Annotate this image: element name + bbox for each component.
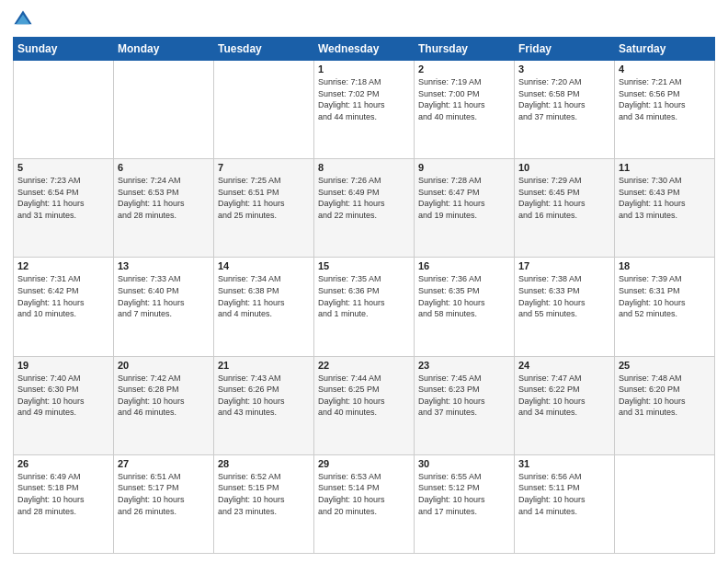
day-info: Sunrise: 6:56 AM Sunset: 5:11 PM Dayligh… — [518, 471, 610, 517]
day-info: Sunrise: 7:18 AM Sunset: 7:02 PM Dayligh… — [318, 76, 410, 122]
calendar-day-15: 15Sunrise: 7:35 AM Sunset: 6:36 PM Dayli… — [314, 258, 415, 356]
day-number: 3 — [518, 63, 610, 75]
day-number: 20 — [118, 360, 210, 371]
day-number: 2 — [418, 63, 510, 75]
day-number: 4 — [619, 63, 711, 75]
logo — [13, 13, 37, 29]
day-info: Sunrise: 7:39 AM Sunset: 6:31 PM Dayligh… — [619, 273, 711, 319]
calendar-day-7: 7Sunrise: 7:25 AM Sunset: 6:51 PM Daylig… — [214, 159, 314, 258]
calendar-day-17: 17Sunrise: 7:38 AM Sunset: 6:33 PM Dayli… — [515, 258, 615, 356]
day-number: 12 — [17, 260, 109, 271]
day-info: Sunrise: 7:29 AM Sunset: 6:45 PM Dayligh… — [518, 175, 610, 221]
day-number: 15 — [318, 260, 410, 271]
day-info: Sunrise: 7:19 AM Sunset: 7:00 PM Dayligh… — [418, 76, 510, 122]
day-info: Sunrise: 7:34 AM Sunset: 6:38 PM Dayligh… — [218, 273, 310, 319]
calendar-empty — [214, 61, 314, 159]
day-number: 22 — [318, 360, 410, 371]
calendar-day-20: 20Sunrise: 7:42 AM Sunset: 6:28 PM Dayli… — [114, 356, 214, 454]
calendar-day-25: 25Sunrise: 7:48 AM Sunset: 6:20 PM Dayli… — [615, 356, 715, 454]
calendar-day-27: 27Sunrise: 6:51 AM Sunset: 5:17 PM Dayli… — [114, 454, 214, 553]
day-number: 19 — [17, 360, 109, 371]
calendar-week-row: 19Sunrise: 7:40 AM Sunset: 6:30 PM Dayli… — [14, 356, 715, 454]
day-info: Sunrise: 6:55 AM Sunset: 5:12 PM Dayligh… — [418, 471, 510, 517]
calendar-day-1: 1Sunrise: 7:18 AM Sunset: 7:02 PM Daylig… — [314, 61, 415, 159]
calendar-day-5: 5Sunrise: 7:23 AM Sunset: 6:54 PM Daylig… — [14, 159, 114, 258]
day-info: Sunrise: 7:20 AM Sunset: 6:58 PM Dayligh… — [518, 76, 610, 122]
calendar-empty — [615, 454, 715, 553]
day-number: 17 — [518, 260, 610, 271]
day-number: 21 — [218, 360, 310, 371]
day-info: Sunrise: 7:23 AM Sunset: 6:54 PM Dayligh… — [17, 175, 109, 221]
day-info: Sunrise: 7:30 AM Sunset: 6:43 PM Dayligh… — [619, 175, 711, 221]
day-info: Sunrise: 7:31 AM Sunset: 6:42 PM Dayligh… — [17, 273, 109, 319]
day-number: 30 — [418, 458, 510, 469]
day-number: 1 — [318, 63, 410, 75]
day-number: 29 — [318, 458, 410, 469]
day-number: 28 — [218, 458, 310, 469]
calendar-day-31: 31Sunrise: 6:56 AM Sunset: 5:11 PM Dayli… — [515, 454, 615, 553]
calendar-day-2: 2Sunrise: 7:19 AM Sunset: 7:00 PM Daylig… — [415, 61, 515, 159]
calendar-day-3: 3Sunrise: 7:20 AM Sunset: 6:58 PM Daylig… — [515, 61, 615, 159]
day-number: 11 — [619, 162, 711, 173]
calendar-week-row: 5Sunrise: 7:23 AM Sunset: 6:54 PM Daylig… — [14, 159, 715, 258]
calendar-header-row: SundayMondayTuesdayWednesdayThursdayFrid… — [14, 38, 715, 61]
calendar-week-row: 1Sunrise: 7:18 AM Sunset: 7:02 PM Daylig… — [14, 61, 715, 159]
calendar-day-19: 19Sunrise: 7:40 AM Sunset: 6:30 PM Dayli… — [14, 356, 114, 454]
day-info: Sunrise: 7:24 AM Sunset: 6:53 PM Dayligh… — [118, 175, 210, 221]
calendar-day-22: 22Sunrise: 7:44 AM Sunset: 6:25 PM Dayli… — [314, 356, 415, 454]
weekday-header-friday: Friday — [515, 38, 615, 61]
day-number: 10 — [518, 162, 610, 173]
day-number: 9 — [418, 162, 510, 173]
calendar-day-12: 12Sunrise: 7:31 AM Sunset: 6:42 PM Dayli… — [14, 258, 114, 356]
day-number: 25 — [619, 360, 711, 371]
day-info: Sunrise: 7:48 AM Sunset: 6:20 PM Dayligh… — [619, 373, 711, 419]
day-info: Sunrise: 7:25 AM Sunset: 6:51 PM Dayligh… — [218, 175, 310, 221]
calendar-day-16: 16Sunrise: 7:36 AM Sunset: 6:35 PM Dayli… — [415, 258, 515, 356]
weekday-header-tuesday: Tuesday — [214, 38, 314, 61]
day-number: 7 — [218, 162, 310, 173]
day-number: 24 — [518, 360, 610, 371]
day-number: 13 — [118, 260, 210, 271]
day-number: 26 — [17, 458, 109, 469]
day-info: Sunrise: 7:44 AM Sunset: 6:25 PM Dayligh… — [318, 373, 410, 419]
day-number: 27 — [118, 458, 210, 469]
calendar-empty — [114, 61, 214, 159]
day-number: 16 — [418, 260, 510, 271]
day-info: Sunrise: 7:26 AM Sunset: 6:49 PM Dayligh… — [318, 175, 410, 221]
calendar-day-14: 14Sunrise: 7:34 AM Sunset: 6:38 PM Dayli… — [214, 258, 314, 356]
day-info: Sunrise: 7:47 AM Sunset: 6:22 PM Dayligh… — [518, 373, 610, 419]
calendar-day-24: 24Sunrise: 7:47 AM Sunset: 6:22 PM Dayli… — [515, 356, 615, 454]
day-info: Sunrise: 7:42 AM Sunset: 6:28 PM Dayligh… — [118, 373, 210, 419]
day-info: Sunrise: 7:38 AM Sunset: 6:33 PM Dayligh… — [518, 273, 610, 319]
calendar-day-9: 9Sunrise: 7:28 AM Sunset: 6:47 PM Daylig… — [415, 159, 515, 258]
day-info: Sunrise: 7:33 AM Sunset: 6:40 PM Dayligh… — [118, 273, 210, 319]
day-number: 8 — [318, 162, 410, 173]
day-info: Sunrise: 7:45 AM Sunset: 6:23 PM Dayligh… — [418, 373, 510, 419]
day-info: Sunrise: 7:36 AM Sunset: 6:35 PM Dayligh… — [418, 273, 510, 319]
day-info: Sunrise: 7:35 AM Sunset: 6:36 PM Dayligh… — [318, 273, 410, 319]
calendar-day-18: 18Sunrise: 7:39 AM Sunset: 6:31 PM Dayli… — [615, 258, 715, 356]
logo-icon — [13, 9, 33, 29]
calendar-week-row: 12Sunrise: 7:31 AM Sunset: 6:42 PM Dayli… — [14, 258, 715, 356]
day-number: 23 — [418, 360, 510, 371]
weekday-header-thursday: Thursday — [415, 38, 515, 61]
day-info: Sunrise: 7:40 AM Sunset: 6:30 PM Dayligh… — [17, 373, 109, 419]
calendar-day-13: 13Sunrise: 7:33 AM Sunset: 6:40 PM Dayli… — [114, 258, 214, 356]
calendar-week-row: 26Sunrise: 6:49 AM Sunset: 5:18 PM Dayli… — [14, 454, 715, 553]
calendar-empty — [14, 61, 114, 159]
weekday-header-monday: Monday — [114, 38, 214, 61]
day-number: 31 — [518, 458, 610, 469]
weekday-header-wednesday: Wednesday — [314, 38, 415, 61]
day-info: Sunrise: 6:51 AM Sunset: 5:17 PM Dayligh… — [118, 471, 210, 517]
calendar-day-8: 8Sunrise: 7:26 AM Sunset: 6:49 PM Daylig… — [314, 159, 415, 258]
weekday-header-sunday: Sunday — [14, 38, 114, 61]
day-number: 14 — [218, 260, 310, 271]
weekday-header-saturday: Saturday — [615, 38, 715, 61]
calendar-day-11: 11Sunrise: 7:30 AM Sunset: 6:43 PM Dayli… — [615, 159, 715, 258]
header — [13, 9, 715, 29]
calendar-day-28: 28Sunrise: 6:52 AM Sunset: 5:15 PM Dayli… — [214, 454, 314, 553]
calendar-day-23: 23Sunrise: 7:45 AM Sunset: 6:23 PM Dayli… — [415, 356, 515, 454]
calendar-day-10: 10Sunrise: 7:29 AM Sunset: 6:45 PM Dayli… — [515, 159, 615, 258]
day-number: 18 — [619, 260, 711, 271]
calendar-day-4: 4Sunrise: 7:21 AM Sunset: 6:56 PM Daylig… — [615, 61, 715, 159]
